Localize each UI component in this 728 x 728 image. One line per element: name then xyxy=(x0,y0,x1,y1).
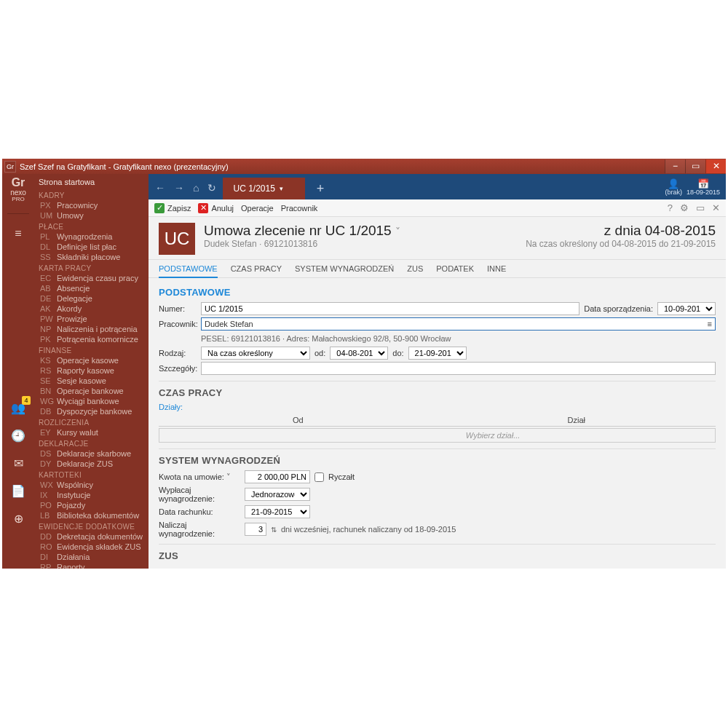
sidebar-item[interactable]: EYKursy walut xyxy=(34,427,149,438)
sidebar-item[interactable]: DLDefinicje list płac xyxy=(34,242,149,252)
type-select[interactable]: Na czas określony xyxy=(201,347,310,360)
sidebar-item[interactable]: PWProwizje xyxy=(34,314,149,324)
list-icon[interactable]: ≡ xyxy=(708,320,712,328)
tab-add-button[interactable]: + xyxy=(309,178,332,199)
sidebar-item[interactable]: NPNaliczenia i potrącenia xyxy=(34,324,149,334)
window-minimize-button[interactable]: − xyxy=(665,159,685,173)
worker-input[interactable]: Dudek Stefan ≡ xyxy=(201,317,716,331)
pay-frequency-select[interactable]: Jednorazowo xyxy=(245,488,310,501)
sidebar-item[interactable]: RSRaporty kasowe xyxy=(34,365,149,376)
window-maximize-button[interactable]: ▭ xyxy=(685,159,705,173)
label-worker: Pracownik: xyxy=(159,320,197,328)
sidebar-item[interactable]: DDDekretacja dokumentów xyxy=(34,531,149,542)
details-input[interactable] xyxy=(201,362,716,375)
sidebar-item[interactable]: WXWspólnicy xyxy=(34,480,149,490)
doc-tab[interactable]: INNE xyxy=(487,264,506,277)
rail-people-icon[interactable]: 👥 xyxy=(9,399,28,418)
rail-menu-icon[interactable]: ≡ xyxy=(9,224,28,243)
link-dzialy[interactable]: Działy: xyxy=(159,403,183,411)
window-close-button[interactable]: ✕ xyxy=(705,159,726,173)
doc-badge: UC xyxy=(159,223,195,255)
rail-mail-icon[interactable]: ✉ xyxy=(9,454,28,473)
dept-table-head: Od Dział xyxy=(159,414,716,427)
sidebar-item[interactable]: DBDyspozycje bankowe xyxy=(34,406,149,416)
sidebar-item[interactable]: POPojazdy xyxy=(34,500,149,510)
col-dzial: Dział xyxy=(438,414,716,426)
document-panel: ✓Zapisz ✕Anuluj Operacje Pracownik ? ⚙ ▭… xyxy=(149,199,726,569)
doc-tab[interactable]: SYSTEM WYNAGRODZEŃ xyxy=(295,264,394,277)
sidebar-group-header: KARTOTEKI xyxy=(34,470,149,480)
date-from-select[interactable]: 04-08-2015 xyxy=(330,347,388,360)
nav-home-icon[interactable]: ⌂ xyxy=(191,182,201,199)
doc-tab[interactable]: PODATEK xyxy=(436,264,474,277)
sidebar-group-header: ROZLICZENIA xyxy=(34,417,149,427)
sidebar-item[interactable]: IXInstytucje xyxy=(34,490,149,500)
rail-add-icon[interactable]: ⊕ xyxy=(9,510,28,529)
amount-input[interactable] xyxy=(245,470,310,483)
sidebar-item[interactable]: WGWyciągi bankowe xyxy=(34,396,149,406)
window-titlebar: Gr Szef Szef na Gratyfikant - Gratyfikan… xyxy=(2,159,726,174)
sidebar-item[interactable]: SSSkładniki płacowe xyxy=(34,252,149,262)
doc-tab[interactable]: CZAS PRACY xyxy=(231,264,282,277)
days-before-input[interactable] xyxy=(245,523,266,536)
app-icon: Gr xyxy=(4,161,16,173)
number-input[interactable] xyxy=(201,302,579,315)
label-datarach: Data rachunku: xyxy=(159,507,240,516)
sidebar-item[interactable]: DSDeklaracje skarbowe xyxy=(34,448,149,459)
rail-clock-icon[interactable]: 🕘 xyxy=(9,427,28,446)
sidebar-item[interactable]: PKPotrącenia komornicze xyxy=(34,334,149,344)
user-icon: 👤 xyxy=(665,179,682,189)
gear-icon[interactable]: ⚙ xyxy=(680,202,689,213)
chevron-down-icon[interactable]: ˅ xyxy=(395,226,400,237)
tab-dropdown-icon[interactable]: ▾ xyxy=(280,185,283,192)
dept-placeholder-row[interactable]: Wybierz dział... xyxy=(159,428,716,443)
sidebar-item[interactable]: DYDeklaracje ZUS xyxy=(34,459,149,469)
creation-date-select[interactable]: 10-09-2015 xyxy=(657,302,716,315)
tab-active[interactable]: UC 1/2015 ▾ xyxy=(223,178,304,199)
sidebar-item[interactable]: PXPracownicy xyxy=(34,200,149,210)
spinner-icon[interactable]: ⇅ xyxy=(271,526,277,534)
sidebar-item[interactable]: SESesje kasowe xyxy=(34,376,149,386)
sidebar-item[interactable]: LBBiblioteka dokumentów xyxy=(34,510,149,521)
doc-tab[interactable]: ZUS xyxy=(407,264,423,277)
sidebar-item[interactable]: RPRaporty xyxy=(34,562,149,569)
col-od: Od xyxy=(159,414,438,426)
sidebar: Strona startowa KADRYPXPracownicyUMUmowy… xyxy=(34,174,149,569)
doc-tab[interactable]: PODSTAWOWE xyxy=(159,264,218,278)
sidebar-item[interactable]: KSOperacje kasowe xyxy=(34,355,149,365)
operations-menu[interactable]: Operacje xyxy=(241,204,274,213)
x-icon: ✕ xyxy=(198,203,208,213)
section-zus: ZUS xyxy=(159,550,716,561)
sidebar-item[interactable]: UMUmowy xyxy=(34,210,149,221)
rail-cert-icon[interactable]: 📄 xyxy=(9,482,28,501)
save-button[interactable]: ✓Zapisz xyxy=(154,203,191,213)
logo-line3: PRO xyxy=(10,197,26,202)
cancel-button[interactable]: ✕Anuluj xyxy=(198,203,234,213)
nav-refresh-icon[interactable]: ↻ xyxy=(205,182,218,199)
sidebar-item[interactable]: ABAbsencje xyxy=(34,283,149,293)
sidebar-item[interactable]: BNOperacje bankowe xyxy=(34,386,149,396)
sidebar-item[interactable]: ECEwidencja czasu pracy xyxy=(34,273,149,283)
nav-back-icon[interactable]: ← xyxy=(153,182,167,199)
sidebar-item[interactable]: PLWynagrodzenia xyxy=(34,232,149,242)
date-to-select[interactable]: 21-09-2015 xyxy=(408,347,467,360)
tab-strip: ← → ⌂ ↻ UC 1/2015 ▾ + 👤(brak) 📅18-09-201… xyxy=(149,174,726,199)
worker-menu[interactable]: Pracownik xyxy=(281,204,318,213)
sidebar-item[interactable]: AKAkordy xyxy=(34,304,149,314)
label-number: Numer: xyxy=(159,304,197,313)
naliczaj-note: dni wcześniej, rachunek naliczany od 18-… xyxy=(281,525,456,534)
maximize-panel-icon[interactable]: ▭ xyxy=(696,202,705,213)
label-ryczalt: Ryczałt xyxy=(328,472,355,481)
sidebar-item[interactable]: ROEwidencja składek ZUS xyxy=(34,542,149,552)
help-icon[interactable]: ? xyxy=(668,202,673,213)
invoice-date-select[interactable]: 21-09-2015 xyxy=(245,505,310,518)
sidebar-item[interactable]: DIDziałania xyxy=(34,552,149,562)
status-date[interactable]: 📅18-09-2015 xyxy=(687,179,720,197)
status-user[interactable]: 👤(brak) xyxy=(665,179,682,197)
ryczalt-checkbox[interactable] xyxy=(314,472,324,482)
app-logo: Gr nexo PRO xyxy=(10,177,26,203)
close-panel-icon[interactable]: ✕ xyxy=(712,202,720,213)
sidebar-item[interactable]: DEDelegacje xyxy=(34,293,149,304)
nav-fwd-icon[interactable]: → xyxy=(172,182,186,199)
sidebar-home[interactable]: Strona startowa xyxy=(34,176,149,189)
